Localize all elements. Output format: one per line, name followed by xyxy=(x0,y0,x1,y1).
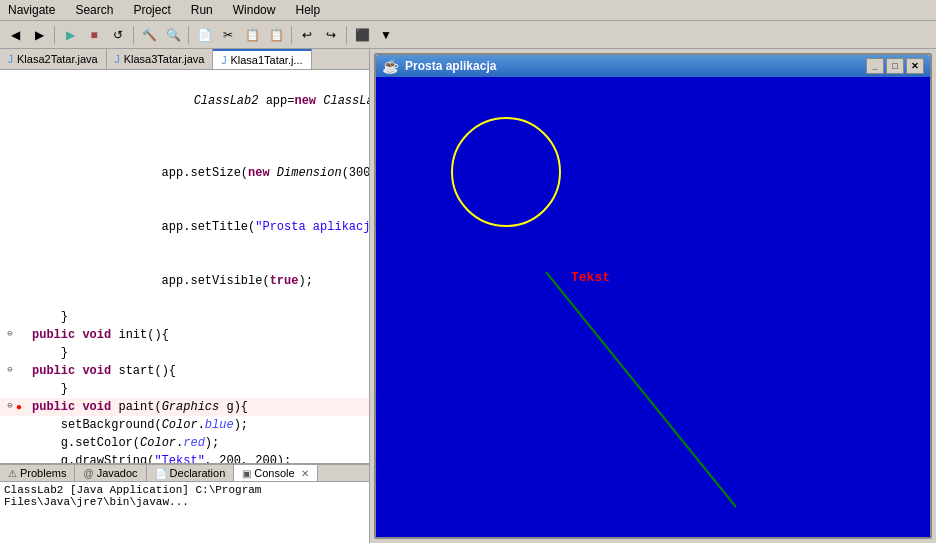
app-window-title: Prosta aplikacja xyxy=(405,59,496,73)
main-area: J Klasa2Tatar.java J Klasa3Tatar.java J … xyxy=(0,49,936,543)
code-line-5: app.setVisible(true); xyxy=(0,254,369,308)
problems-icon: ⚠ xyxy=(8,468,17,479)
code-line-14: g.drawString("Tekst", 200, 200); xyxy=(0,452,369,463)
code-text-9: public void start(){ xyxy=(32,362,176,380)
code-text-11: public void paint(Graphics g){ xyxy=(32,398,248,416)
console-close[interactable]: ✕ xyxy=(301,468,309,479)
toolbar-new[interactable]: 📄 xyxy=(193,24,215,46)
window-close[interactable]: ✕ xyxy=(906,58,924,74)
toolbar-redo[interactable]: ↪ xyxy=(320,24,342,46)
fold-5 xyxy=(4,275,16,287)
titlebar-title-area: ☕ Prosta aplikacja xyxy=(382,58,496,74)
window-maximize[interactable]: □ xyxy=(886,58,904,74)
toolbar-back[interactable]: ◀ xyxy=(4,24,26,46)
fold-14 xyxy=(4,455,16,463)
tab-klasa3-label: Klasa3Tatar.java xyxy=(124,53,205,65)
code-text-12: setBackground(Color.blue); xyxy=(32,416,248,434)
toolbar-search[interactable]: 🔍 xyxy=(162,24,184,46)
tab-declaration[interactable]: 📄 Declaration xyxy=(147,465,235,481)
menu-bar: Navigate Search Project Run Window Help xyxy=(0,0,936,21)
app-canvas: Tekst xyxy=(376,77,930,537)
bottom-tabs: ⚠ Problems @ Javadoc 📄 Declaration ▣ Con… xyxy=(0,465,369,482)
declaration-icon: 📄 xyxy=(155,468,167,479)
fold-2 xyxy=(4,131,16,143)
fold-7: ⊖ xyxy=(4,329,16,341)
tab-console[interactable]: ▣ Console ✕ xyxy=(234,465,317,481)
tab-klasa1[interactable]: J Klasa1Tatar.j... xyxy=(213,49,311,69)
menu-run[interactable]: Run xyxy=(187,2,217,18)
tab-klasa1-icon: J xyxy=(221,55,226,66)
code-line-11: ⊖ ● public void paint(Graphics g){ xyxy=(0,398,369,416)
code-text-6: } xyxy=(32,308,68,326)
menu-search[interactable]: Search xyxy=(71,2,117,18)
tab-klasa1-label: Klasa1Tatar.j... xyxy=(230,54,302,66)
problems-label: Problems xyxy=(20,467,66,479)
fold-6 xyxy=(4,311,16,323)
code-line-7: ⊖ public void init(){ xyxy=(0,326,369,344)
code-text-3: app.setSize(new Dimension(300, 200)); xyxy=(32,146,369,200)
tab-klasa2-icon: J xyxy=(8,54,13,65)
fold-10 xyxy=(4,383,16,395)
tab-klasa2[interactable]: J Klasa2Tatar.java xyxy=(0,49,107,69)
app-text: Tekst xyxy=(571,270,610,285)
javadoc-label: Javadoc xyxy=(97,467,138,479)
toolbar-extra1[interactable]: ⬛ xyxy=(351,24,373,46)
code-line-13: g.setColor(Color.red); xyxy=(0,434,369,452)
svg-line-0 xyxy=(546,272,736,507)
menu-window[interactable]: Window xyxy=(229,2,280,18)
fold-12 xyxy=(4,419,16,431)
toolbar: ◀ ▶ ▶ ■ ↺ 🔨 🔍 📄 ✂ 📋 📋 ↩ ↪ ⬛ ▼ xyxy=(0,21,936,49)
code-text-7: public void init(){ xyxy=(32,326,169,344)
console-content: ClassLab2 [Java Application] C:\Program … xyxy=(0,482,369,543)
code-text-2 xyxy=(32,128,39,146)
code-line-8: } xyxy=(0,344,369,362)
toolbar-sep5 xyxy=(346,26,347,44)
tab-klasa3-icon: J xyxy=(115,54,120,65)
code-text-5: app.setVisible(true); xyxy=(32,254,313,308)
toolbar-build[interactable]: 🔨 xyxy=(138,24,160,46)
toolbar-copy[interactable]: 📋 xyxy=(241,24,263,46)
javadoc-icon: @ xyxy=(83,468,93,479)
app-window-icon: ☕ xyxy=(382,58,399,74)
fold-8 xyxy=(4,347,16,359)
toolbar-undo[interactable]: ↩ xyxy=(296,24,318,46)
fold-13 xyxy=(4,437,16,449)
code-text-1: ClassLab2 app=new ClassLab2(); xyxy=(32,74,369,128)
window-minimize[interactable]: _ xyxy=(866,58,884,74)
menu-help[interactable]: Help xyxy=(291,2,324,18)
toolbar-sep2 xyxy=(133,26,134,44)
code-text-10: } xyxy=(32,380,68,398)
tab-klasa3[interactable]: J Klasa3Tatar.java xyxy=(107,49,214,69)
ide-panel: J Klasa2Tatar.java J Klasa3Tatar.java J … xyxy=(0,49,370,543)
toolbar-extra2[interactable]: ▼ xyxy=(375,24,397,46)
code-line-2 xyxy=(0,128,369,146)
app-window-container: ☕ Prosta aplikacja _ □ ✕ Tekst xyxy=(370,49,936,543)
code-editor[interactable]: ClassLab2 app=new ClassLab2(); app.setSi… xyxy=(0,70,369,463)
menu-project[interactable]: Project xyxy=(129,2,174,18)
toolbar-forward[interactable]: ▶ xyxy=(28,24,50,46)
code-text-14: g.drawString("Tekst", 200, 200); xyxy=(32,452,291,463)
menu-navigate[interactable]: Navigate xyxy=(4,2,59,18)
app-circle xyxy=(451,117,561,227)
code-line-3: app.setSize(new Dimension(300, 200)); xyxy=(0,146,369,200)
tab-problems[interactable]: ⚠ Problems xyxy=(0,465,75,481)
code-line-4: app.setTitle("Prosta aplikacja"); xyxy=(0,200,369,254)
toolbar-sep4 xyxy=(291,26,292,44)
toolbar-stop[interactable]: ■ xyxy=(83,24,105,46)
toolbar-refresh[interactable]: ↺ xyxy=(107,24,129,46)
toolbar-sep1 xyxy=(54,26,55,44)
fold-9: ⊖ xyxy=(4,365,16,377)
code-text-4: app.setTitle("Prosta aplikacja"); xyxy=(32,200,369,254)
toolbar-paste[interactable]: 📋 xyxy=(265,24,287,46)
marker-11: ● xyxy=(16,400,32,415)
bottom-panel: ⚠ Problems @ Javadoc 📄 Declaration ▣ Con… xyxy=(0,463,369,543)
code-line-1: ClassLab2 app=new ClassLab2(); xyxy=(0,74,369,128)
toolbar-run[interactable]: ▶ xyxy=(59,24,81,46)
toolbar-cut[interactable]: ✂ xyxy=(217,24,239,46)
tab-javadoc[interactable]: @ Javadoc xyxy=(75,465,146,481)
code-line-12: setBackground(Color.blue); xyxy=(0,416,369,434)
code-text-13: g.setColor(Color.red); xyxy=(32,434,219,452)
declaration-label: Declaration xyxy=(170,467,226,479)
fold-11: ⊖ xyxy=(4,401,16,413)
titlebar-buttons: _ □ ✕ xyxy=(866,58,924,74)
